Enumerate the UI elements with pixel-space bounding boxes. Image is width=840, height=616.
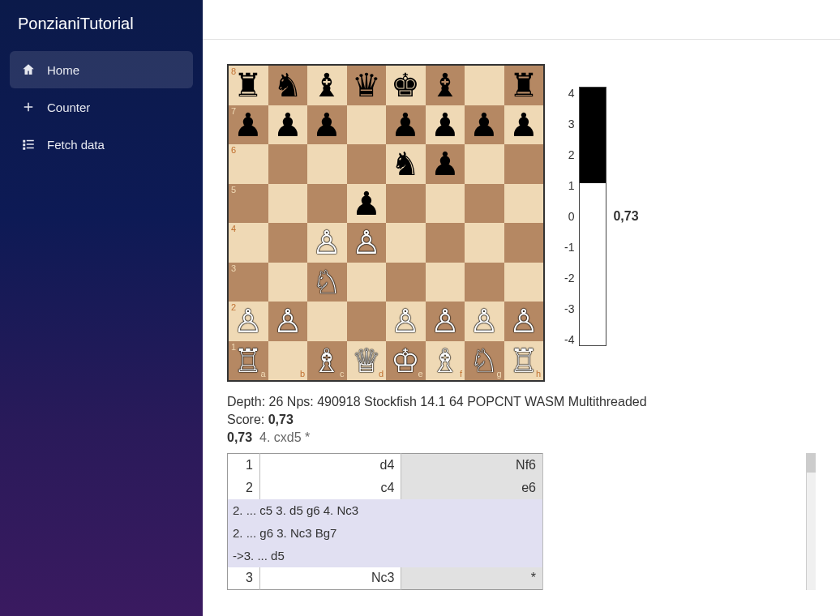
- piece[interactable]: ♘: [469, 344, 499, 377]
- white-move[interactable]: Nc3: [259, 567, 401, 590]
- piece[interactable]: ♟: [431, 109, 460, 141]
- board-square[interactable]: [504, 184, 544, 224]
- board-square[interactable]: ♜8: [229, 66, 268, 105]
- piece[interactable]: ♙: [312, 226, 341, 259]
- piece[interactable]: ♘: [312, 266, 341, 298]
- board-square[interactable]: ♟: [465, 105, 504, 145]
- piece[interactable]: ♗: [312, 344, 341, 377]
- board-square[interactable]: ♙: [347, 223, 387, 263]
- piece[interactable]: ♙: [469, 305, 499, 337]
- board-square[interactable]: 4: [229, 223, 268, 263]
- board-square[interactable]: 6: [229, 144, 268, 184]
- board-square[interactable]: ♝: [426, 66, 465, 105]
- variation-line[interactable]: 2. ... g6 3. Nc3 Bg7: [228, 522, 543, 545]
- board-square[interactable]: ♙: [426, 302, 465, 341]
- board-square[interactable]: [268, 223, 308, 263]
- piece[interactable]: ♟: [273, 109, 302, 141]
- sidebar-item-counter[interactable]: Counter: [10, 88, 193, 126]
- board-square[interactable]: ♟: [268, 105, 308, 145]
- sidebar-item-home[interactable]: Home: [10, 51, 193, 88]
- board-square[interactable]: [347, 105, 387, 145]
- board-square[interactable]: ♙: [307, 223, 347, 263]
- board-square[interactable]: ♟: [426, 144, 465, 184]
- board-square[interactable]: [465, 184, 504, 224]
- board-square[interactable]: [347, 144, 387, 184]
- board-square[interactable]: ♟: [426, 105, 465, 145]
- board-square[interactable]: ♛: [347, 66, 387, 105]
- board-square[interactable]: [426, 184, 465, 224]
- board-square[interactable]: [465, 223, 504, 263]
- sidebar-item-fetch-data[interactable]: Fetch data: [10, 126, 193, 163]
- piece[interactable]: ♟: [469, 109, 499, 141]
- board-square[interactable]: [268, 263, 308, 302]
- board-square[interactable]: [307, 302, 347, 341]
- piece[interactable]: ♚: [391, 69, 420, 101]
- piece[interactable]: ♔: [391, 344, 420, 377]
- variation-line[interactable]: ->3. ... d5: [228, 545, 543, 567]
- board-square[interactable]: ♖h: [504, 341, 544, 381]
- board-square[interactable]: ♘g: [465, 341, 504, 381]
- move-row[interactable]: 2c4e6: [228, 477, 543, 499]
- move-row[interactable]: 1d4Nf6: [228, 454, 543, 477]
- board-square[interactable]: [426, 263, 465, 302]
- piece[interactable]: ♜: [509, 69, 538, 101]
- board-square[interactable]: 3: [229, 263, 268, 302]
- board-square[interactable]: ♙2: [229, 302, 268, 341]
- piece[interactable]: ♜: [234, 69, 263, 101]
- piece[interactable]: ♟: [431, 148, 460, 180]
- board-square[interactable]: [465, 144, 504, 184]
- board-square[interactable]: [504, 223, 544, 263]
- piece[interactable]: ♖: [509, 344, 538, 377]
- piece[interactable]: ♟: [352, 187, 381, 220]
- piece[interactable]: ♙: [273, 305, 302, 337]
- chessboard[interactable]: ♜8♞♝♛♚♝♜♟7♟♟♟♟♟♟6♞♟5♟4♙♙3♘♙2♙♙♙♙♙♖1ab♗c♕…: [227, 64, 545, 382]
- black-move[interactable]: Nf6: [401, 454, 543, 477]
- board-square[interactable]: ♟: [347, 184, 387, 224]
- board-square[interactable]: b: [268, 341, 308, 381]
- board-square[interactable]: ♘: [307, 263, 347, 302]
- board-square[interactable]: ♟: [307, 105, 347, 145]
- board-square[interactable]: [426, 223, 465, 263]
- board-square[interactable]: ♙: [268, 302, 308, 341]
- piece[interactable]: ♝: [431, 69, 460, 101]
- board-square[interactable]: [504, 263, 544, 302]
- board-square[interactable]: [347, 302, 387, 341]
- piece[interactable]: ♙: [509, 305, 538, 337]
- board-square[interactable]: [386, 223, 426, 263]
- piece[interactable]: ♟: [391, 109, 420, 141]
- board-square[interactable]: [504, 144, 544, 184]
- piece[interactable]: ♙: [391, 305, 420, 337]
- board-square[interactable]: ♙: [504, 302, 544, 341]
- board-square[interactable]: [465, 66, 504, 105]
- board-square[interactable]: ♞: [386, 144, 426, 184]
- board-square[interactable]: [268, 184, 308, 224]
- scroll-thumb[interactable]: [807, 453, 816, 473]
- board-square[interactable]: ♙: [386, 302, 426, 341]
- black-move[interactable]: e6: [401, 477, 543, 499]
- board-square[interactable]: [307, 184, 347, 224]
- board-square[interactable]: ♟: [504, 105, 544, 145]
- scrollbar[interactable]: [806, 453, 816, 590]
- board-square[interactable]: [386, 184, 426, 224]
- piece[interactable]: ♕: [352, 344, 381, 377]
- piece[interactable]: ♛: [352, 69, 381, 101]
- board-square[interactable]: ♗f: [426, 341, 465, 381]
- board-square[interactable]: [268, 144, 308, 184]
- board-square[interactable]: ♚: [386, 66, 426, 105]
- piece[interactable]: ♙: [234, 305, 263, 337]
- board-square[interactable]: ♙: [465, 302, 504, 341]
- variation-line[interactable]: 2. ... c5 3. d5 g6 4. Nc3: [228, 499, 543, 522]
- board-square[interactable]: ♟7: [229, 105, 268, 145]
- piece[interactable]: ♗: [431, 344, 460, 377]
- piece[interactable]: ♞: [391, 148, 420, 180]
- board-square[interactable]: ♟: [386, 105, 426, 145]
- board-square[interactable]: 5: [229, 184, 268, 224]
- board-square[interactable]: [307, 144, 347, 184]
- move-row[interactable]: 3Nc3*: [228, 567, 543, 590]
- piece[interactable]: ♟: [234, 109, 263, 141]
- board-square[interactable]: ♔e: [386, 341, 426, 381]
- board-square[interactable]: ♗c: [307, 341, 347, 381]
- board-square[interactable]: [347, 263, 387, 302]
- board-square[interactable]: [386, 263, 426, 302]
- board-square[interactable]: ♕d: [347, 341, 387, 381]
